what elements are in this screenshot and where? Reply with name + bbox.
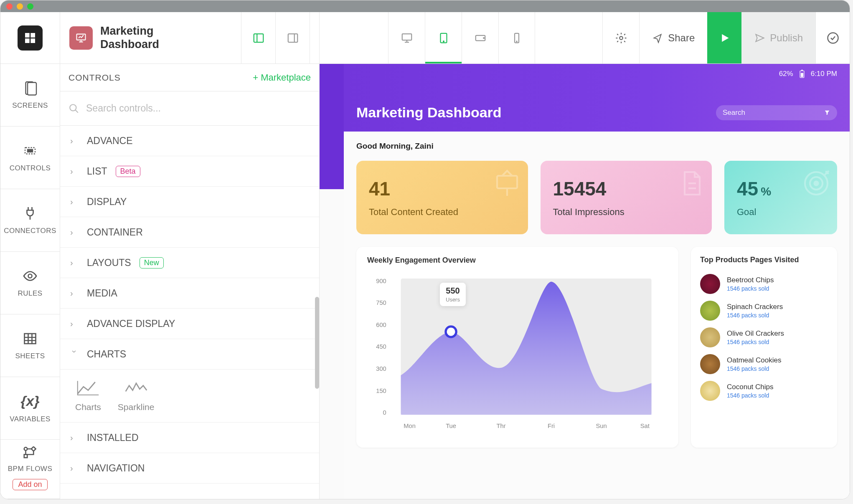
svg-text:Tue: Tue	[446, 423, 456, 429]
settings-button[interactable]	[602, 12, 639, 63]
filter-icon[interactable]	[824, 109, 830, 116]
svg-text:600: 600	[376, 322, 386, 328]
stat-card-goal[interactable]: 45% Goal	[724, 161, 837, 234]
product-row[interactable]: Olive Oil Crackers 1546 packs sold	[700, 324, 828, 351]
category-advance-display[interactable]: › ADVANCE DISPLAY	[60, 309, 319, 339]
stat-card-content-created[interactable]: 41 Total Content Created	[356, 161, 528, 234]
maximize-window-icon[interactable]	[27, 3, 33, 10]
share-button[interactable]: Share	[639, 12, 707, 63]
product-row[interactable]: Coconut Chips 1546 packs sold	[700, 377, 828, 404]
stat-cards-row: 41 Total Content Created 15454 Total Imp…	[356, 161, 837, 234]
layout-sidebar-left-button[interactable]	[241, 12, 276, 63]
preview-canvas[interactable]: 62% 6:10 PM Marketing Dashboard Search	[320, 64, 850, 499]
svg-text:Sat: Sat	[640, 423, 650, 429]
engagement-chart: 900 750 600 450 300 150 0	[367, 270, 668, 437]
svg-text:Thr: Thr	[497, 423, 506, 429]
scrollbar[interactable]	[315, 297, 319, 389]
chevron-right-icon: ›	[70, 433, 79, 443]
close-window-icon[interactable]	[6, 3, 13, 10]
product-thumb	[700, 327, 720, 347]
product-row[interactable]: Spinach Crackers 1546 packs sold	[700, 297, 828, 324]
product-thumb	[700, 354, 720, 374]
device-phone-button[interactable]	[498, 12, 535, 63]
rail-item-label: RULES	[18, 289, 42, 298]
product-thumb	[700, 274, 720, 294]
app-logo[interactable]	[0, 12, 60, 64]
rail-item-controls[interactable]: CONTROLS	[0, 127, 60, 189]
chevron-down-icon: ›	[70, 350, 79, 358]
rail-item-connectors[interactable]: CONNECTORS	[0, 189, 60, 252]
category-advance[interactable]: › ADVANCE	[60, 126, 319, 156]
category-label: MEDIA	[87, 288, 117, 299]
rail-item-sheets[interactable]: SHEETS	[0, 314, 60, 377]
rail-item-screens[interactable]: SCREENS	[0, 64, 60, 127]
rail-item-variables[interactable]: {x} VARIABLES	[0, 377, 60, 440]
category-layouts[interactable]: › LAYOUTS New	[60, 248, 319, 278]
play-icon	[718, 32, 730, 44]
device-desktop-button[interactable]	[388, 12, 425, 63]
canvas-area: Share Publish 62%	[320, 12, 850, 499]
svg-point-15	[443, 41, 444, 42]
rail-item-bpm-flows[interactable]: BPM FLOWS Add on	[0, 440, 60, 499]
flow-icon	[23, 446, 38, 459]
svg-text:900: 900	[376, 278, 386, 284]
device-tablet-landscape-button[interactable]	[462, 12, 498, 63]
chevron-right-icon: ›	[70, 319, 79, 329]
stat-label: Total Content Created	[369, 207, 515, 218]
search-placeholder: Search	[723, 109, 745, 117]
category-media[interactable]: › MEDIA	[60, 278, 319, 309]
chevron-right-icon: ›	[70, 463, 79, 473]
category-installed[interactable]: › INSTALLED	[60, 423, 319, 453]
project-title: MarketingDashboard	[100, 25, 159, 51]
minimize-window-icon[interactable]	[17, 3, 23, 10]
product-row[interactable]: Oatmeal Cookies 1546 packs sold	[700, 351, 828, 377]
search-input[interactable]	[86, 103, 311, 114]
category-label: INSTALLED	[87, 432, 139, 443]
product-name: Spinach Crackers	[727, 303, 783, 311]
layout-sidebar-right-button[interactable]	[276, 12, 310, 63]
category-list-item[interactable]: › LIST Beta	[60, 156, 319, 187]
chevron-right-icon: ›	[70, 136, 79, 146]
send-icon	[754, 33, 765, 43]
top-products-card[interactable]: Top Products Pages Visited Beetroot Chip…	[691, 247, 837, 448]
preview-body: Good Morning, Zaini 41 Total Content Cre…	[344, 132, 850, 499]
stat-card-impressions[interactable]: 15454 Total Impressions	[541, 161, 712, 234]
product-name: Coconut Chips	[727, 383, 774, 391]
product-sold: 1546 packs sold	[727, 339, 784, 345]
category-list: › ADVANCE › LIST Beta › DISPLAY › CONTAI…	[60, 126, 319, 499]
validate-button[interactable]	[815, 12, 850, 63]
device-tablet-button[interactable]	[425, 12, 462, 63]
rail-item-rules[interactable]: RULES	[0, 252, 60, 314]
layout-left-icon	[252, 32, 265, 44]
category-navigation[interactable]: › NAVIGATION	[60, 453, 319, 484]
chevron-right-icon: ›	[70, 228, 79, 237]
category-label: CHARTS	[87, 349, 126, 360]
battery-percent: 62%	[779, 70, 793, 78]
product-sold: 1546 packs sold	[727, 365, 781, 372]
top-toolbar: Share Publish	[320, 12, 850, 64]
chart-item-charts[interactable]: Charts	[75, 380, 101, 412]
rail-item-label: VARIABLES	[10, 415, 51, 423]
chart-item-sparkline[interactable]: Sparkline	[118, 380, 155, 412]
preview-search[interactable]: Search	[716, 105, 837, 120]
svg-rect-24	[801, 70, 803, 71]
category-charts[interactable]: › CHARTS	[60, 339, 319, 370]
marketplace-link[interactable]: + Marketplace	[253, 72, 311, 83]
layout-right-icon	[287, 32, 299, 44]
controls-search[interactable]	[60, 91, 319, 126]
publish-label: Publish	[770, 32, 803, 44]
app-preview: 62% 6:10 PM Marketing Dashboard Search	[344, 64, 850, 499]
project-icon[interactable]	[69, 26, 93, 50]
svg-text:750: 750	[376, 299, 386, 306]
engagement-chart-card[interactable]: Weekly Engagement Overview 900 750 600 4…	[356, 247, 678, 448]
phone-icon	[510, 32, 523, 44]
category-display[interactable]: › DISPLAY	[60, 187, 319, 217]
rail-item-label: SCREENS	[12, 101, 48, 110]
category-container[interactable]: › CONTAINER	[60, 217, 319, 248]
product-sold: 1546 packs sold	[727, 392, 774, 399]
publish-button[interactable]: Publish	[741, 12, 815, 63]
product-row[interactable]: Beetroot Chips 1546 packs sold	[700, 271, 828, 297]
category-label: LAYOUTS	[87, 257, 131, 268]
preview-play-button[interactable]	[707, 12, 741, 63]
logo-icon	[23, 31, 37, 45]
